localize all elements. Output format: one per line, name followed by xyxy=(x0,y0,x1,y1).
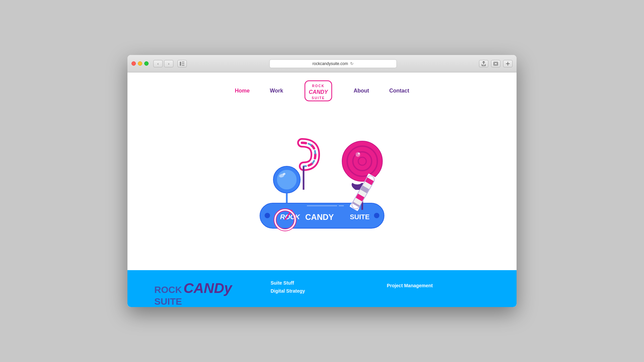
footer-logo-rock: ROCK xyxy=(154,285,182,295)
nav-home[interactable]: Home xyxy=(235,88,250,94)
footer-col1-item1: Digital Strategy xyxy=(271,288,374,294)
svg-text:SUITE: SUITE xyxy=(312,96,325,100)
browser-window: ‹ › rockcandysuite.com ↻ xyxy=(127,55,517,307)
hero-illustration: ROCK CANDY SUITE xyxy=(241,123,402,247)
address-bar[interactable]: rockcandysuite.com ↻ xyxy=(269,59,397,68)
browser-toolbar: ‹ › rockcandysuite.com ↻ xyxy=(127,55,517,72)
footer-logo: ROCK CANDy SUITE xyxy=(154,280,257,307)
site-logo[interactable]: ROCK CANDY SUITE xyxy=(303,79,333,103)
footer-col-1: Suite Stuff Digital Strategy xyxy=(271,280,374,294)
hero-section: ROCK CANDY SUITE xyxy=(127,106,517,270)
svg-point-18 xyxy=(374,213,379,218)
footer-col2-item1: Project Management xyxy=(387,283,490,288)
forward-button[interactable]: › xyxy=(164,60,173,67)
svg-rect-3 xyxy=(182,65,184,66)
svg-rect-0 xyxy=(180,62,181,66)
svg-point-12 xyxy=(277,170,297,190)
svg-text:CANDY: CANDY xyxy=(305,213,334,222)
svg-text:ROCK: ROCK xyxy=(280,213,300,221)
nav-work[interactable]: Work xyxy=(270,88,283,94)
svg-rect-1 xyxy=(182,62,184,62)
svg-text:CANDY: CANDY xyxy=(309,89,328,95)
website-content: Home Work ROCK CANDY SUITE About Contact xyxy=(127,72,517,307)
share-button[interactable] xyxy=(479,60,488,67)
svg-point-31 xyxy=(358,153,360,155)
svg-point-26 xyxy=(342,141,382,181)
minimize-button[interactable] xyxy=(138,61,142,66)
tab-button[interactable] xyxy=(491,60,500,67)
nav-buttons: ‹ › xyxy=(153,60,173,67)
address-bar-wrapper: rockcandysuite.com ↻ xyxy=(190,59,476,68)
footer-logo-suite: SUITE xyxy=(154,296,182,307)
footer-strip: ROCK CANDy SUITE Suite Stuff Digital Str… xyxy=(127,270,517,307)
svg-text:SUITE: SUITE xyxy=(350,213,370,221)
nav-about[interactable]: About xyxy=(354,88,369,94)
nav-contact[interactable]: Contact xyxy=(389,88,409,94)
add-tab-button[interactable] xyxy=(503,60,513,67)
sidebar-button[interactable] xyxy=(177,60,187,67)
maximize-button[interactable] xyxy=(144,61,149,66)
close-button[interactable] xyxy=(131,61,136,66)
toolbar-right xyxy=(479,60,513,67)
footer-col-2: Project Management xyxy=(387,280,490,288)
url-text: rockcandysuite.com xyxy=(312,61,348,66)
svg-rect-2 xyxy=(182,63,184,64)
site-nav: Home Work ROCK CANDY SUITE About Contact xyxy=(127,72,517,106)
reload-icon[interactable]: ↻ xyxy=(350,61,354,66)
footer-logo-candy: CANDy xyxy=(183,280,232,296)
svg-point-17 xyxy=(265,213,270,218)
back-button[interactable]: ‹ xyxy=(153,60,163,67)
svg-text:ROCK: ROCK xyxy=(312,84,324,88)
footer-col1-title: Suite Stuff xyxy=(271,280,374,286)
svg-rect-5 xyxy=(494,63,497,65)
traffic-lights xyxy=(131,61,149,66)
